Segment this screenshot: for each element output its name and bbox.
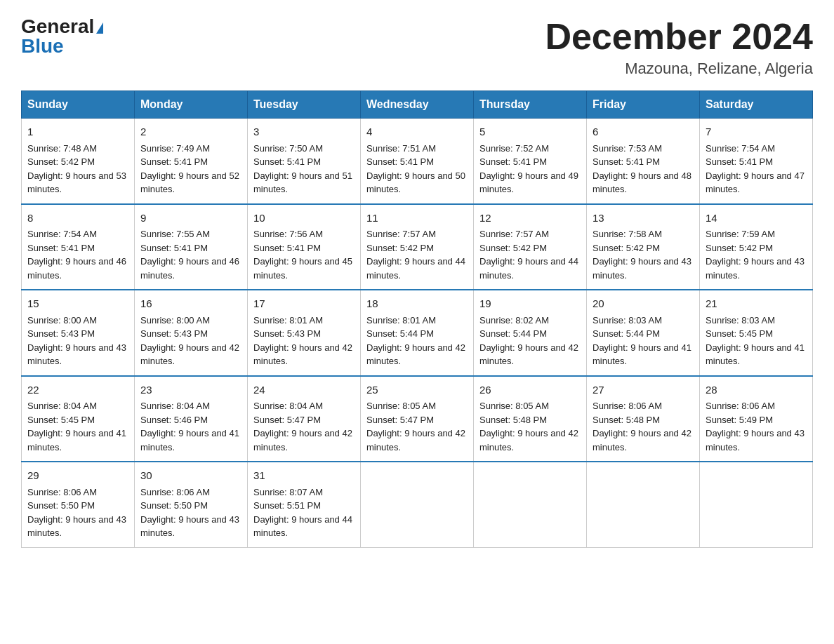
- logo-general-text: General: [21, 15, 94, 37]
- table-row: 8Sunrise: 7:54 AMSunset: 5:41 PMDaylight…: [22, 204, 135, 290]
- table-row: 5Sunrise: 7:52 AMSunset: 5:41 PMDaylight…: [474, 119, 587, 204]
- day-number: 31: [253, 468, 355, 484]
- day-number: 26: [479, 382, 581, 398]
- col-monday: Monday: [135, 91, 248, 119]
- table-row: 25Sunrise: 8:05 AMSunset: 5:47 PMDayligh…: [361, 376, 474, 462]
- col-wednesday: Wednesday: [361, 91, 474, 119]
- table-row: 19Sunrise: 8:02 AMSunset: 5:44 PMDayligh…: [474, 290, 587, 376]
- day-number: 28: [706, 382, 807, 398]
- table-row: 28Sunrise: 8:06 AMSunset: 5:49 PMDayligh…: [700, 376, 813, 462]
- table-row: 30Sunrise: 8:06 AMSunset: 5:50 PMDayligh…: [135, 462, 248, 547]
- table-row: [361, 462, 474, 547]
- table-row: 12Sunrise: 7:57 AMSunset: 5:42 PMDayligh…: [474, 204, 587, 290]
- logo-general-row: General: [21, 17, 103, 36]
- table-row: 22Sunrise: 8:04 AMSunset: 5:45 PMDayligh…: [22, 376, 135, 462]
- header-row: Sunday Monday Tuesday Wednesday Thursday…: [22, 91, 813, 119]
- logo: General Blue: [21, 17, 103, 56]
- table-row: 1Sunrise: 7:48 AMSunset: 5:42 PMDaylight…: [22, 119, 135, 204]
- table-row: 14Sunrise: 7:59 AMSunset: 5:42 PMDayligh…: [700, 204, 813, 290]
- col-tuesday: Tuesday: [248, 91, 361, 119]
- table-row: [587, 462, 700, 547]
- day-number: 2: [140, 124, 241, 140]
- table-row: 18Sunrise: 8:01 AMSunset: 5:44 PMDayligh…: [361, 290, 474, 376]
- day-number: 10: [253, 210, 355, 227]
- table-row: 2Sunrise: 7:49 AMSunset: 5:41 PMDaylight…: [135, 119, 248, 204]
- table-row: 3Sunrise: 7:50 AMSunset: 5:41 PMDaylight…: [248, 119, 361, 204]
- day-number: 7: [706, 124, 807, 140]
- calendar-week-2: 8Sunrise: 7:54 AMSunset: 5:41 PMDaylight…: [22, 204, 813, 290]
- table-row: 24Sunrise: 8:04 AMSunset: 5:47 PMDayligh…: [248, 376, 361, 462]
- table-row: 23Sunrise: 8:04 AMSunset: 5:46 PMDayligh…: [135, 376, 248, 462]
- day-number: 18: [366, 296, 468, 312]
- table-row: 27Sunrise: 8:06 AMSunset: 5:48 PMDayligh…: [587, 376, 700, 462]
- day-number: 17: [253, 296, 355, 312]
- header: General Blue December 2024 Mazouna, Reli…: [21, 17, 813, 78]
- day-number: 19: [479, 296, 581, 312]
- logo-blue-text: Blue: [21, 35, 64, 57]
- calendar-week-1: 1Sunrise: 7:48 AMSunset: 5:42 PMDaylight…: [22, 119, 813, 204]
- table-row: 29Sunrise: 8:06 AMSunset: 5:50 PMDayligh…: [22, 462, 135, 547]
- day-number: 6: [593, 124, 694, 140]
- day-number: 25: [366, 382, 468, 398]
- day-number: 21: [706, 296, 807, 312]
- table-row: 26Sunrise: 8:05 AMSunset: 5:48 PMDayligh…: [474, 376, 587, 462]
- day-number: 9: [140, 210, 241, 227]
- day-number: 22: [27, 382, 128, 398]
- table-row: 17Sunrise: 8:01 AMSunset: 5:43 PMDayligh…: [248, 290, 361, 376]
- month-title: December 2024: [545, 17, 813, 57]
- day-number: 8: [27, 210, 128, 227]
- logo-blue-row: Blue: [21, 36, 64, 56]
- logo-triangle-icon: [96, 22, 103, 34]
- day-number: 20: [593, 296, 694, 312]
- table-row: [474, 462, 587, 547]
- table-row: 31Sunrise: 8:07 AMSunset: 5:51 PMDayligh…: [248, 462, 361, 547]
- col-sunday: Sunday: [22, 91, 135, 119]
- calendar-week-5: 29Sunrise: 8:06 AMSunset: 5:50 PMDayligh…: [22, 462, 813, 547]
- day-number: 4: [366, 124, 468, 140]
- day-number: 5: [479, 124, 581, 140]
- col-thursday: Thursday: [474, 91, 587, 119]
- col-friday: Friday: [587, 91, 700, 119]
- page: General Blue December 2024 Mazouna, Reli…: [0, 0, 834, 569]
- table-row: 9Sunrise: 7:55 AMSunset: 5:41 PMDaylight…: [135, 204, 248, 290]
- day-number: 27: [593, 382, 694, 398]
- day-number: 14: [706, 210, 807, 227]
- table-row: 10Sunrise: 7:56 AMSunset: 5:41 PMDayligh…: [248, 204, 361, 290]
- day-number: 23: [140, 382, 241, 398]
- table-row: 13Sunrise: 7:58 AMSunset: 5:42 PMDayligh…: [587, 204, 700, 290]
- table-row: 11Sunrise: 7:57 AMSunset: 5:42 PMDayligh…: [361, 204, 474, 290]
- table-row: 20Sunrise: 8:03 AMSunset: 5:44 PMDayligh…: [587, 290, 700, 376]
- table-row: 7Sunrise: 7:54 AMSunset: 5:41 PMDaylight…: [700, 119, 813, 204]
- day-number: 11: [366, 210, 468, 227]
- day-number: 3: [253, 124, 355, 140]
- table-row: 21Sunrise: 8:03 AMSunset: 5:45 PMDayligh…: [700, 290, 813, 376]
- day-number: 30: [140, 468, 241, 484]
- title-area: December 2024 Mazouna, Relizane, Algeria: [545, 17, 813, 78]
- table-row: 16Sunrise: 8:00 AMSunset: 5:43 PMDayligh…: [135, 290, 248, 376]
- day-number: 24: [253, 382, 355, 398]
- location: Mazouna, Relizane, Algeria: [545, 60, 813, 78]
- day-number: 15: [27, 296, 128, 312]
- table-row: [700, 462, 813, 547]
- calendar-week-4: 22Sunrise: 8:04 AMSunset: 5:45 PMDayligh…: [22, 376, 813, 462]
- table-row: 6Sunrise: 7:53 AMSunset: 5:41 PMDaylight…: [587, 119, 700, 204]
- col-saturday: Saturday: [700, 91, 813, 119]
- day-number: 16: [140, 296, 241, 312]
- table-row: 15Sunrise: 8:00 AMSunset: 5:43 PMDayligh…: [22, 290, 135, 376]
- calendar-week-3: 15Sunrise: 8:00 AMSunset: 5:43 PMDayligh…: [22, 290, 813, 376]
- table-row: 4Sunrise: 7:51 AMSunset: 5:41 PMDaylight…: [361, 119, 474, 204]
- day-number: 12: [479, 210, 581, 227]
- day-number: 13: [593, 210, 694, 227]
- day-number: 29: [27, 468, 128, 484]
- calendar-table: Sunday Monday Tuesday Wednesday Thursday…: [21, 90, 813, 548]
- day-number: 1: [27, 124, 128, 140]
